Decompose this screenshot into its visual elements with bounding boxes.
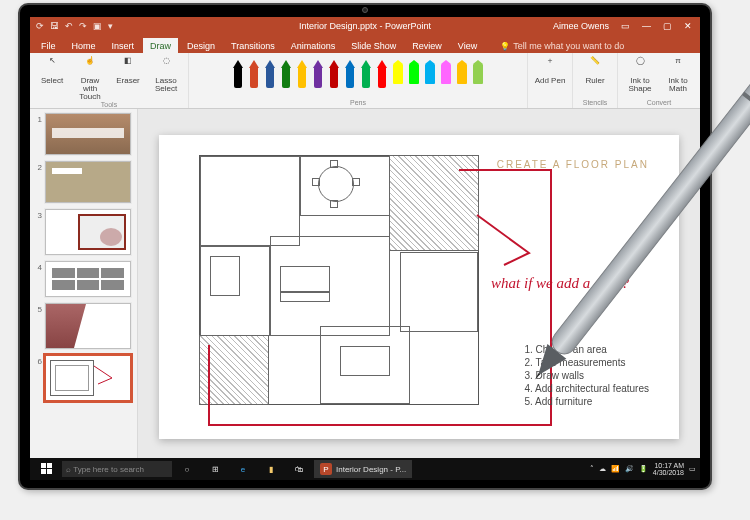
select-label: Select [41,77,63,85]
tab-transitions[interactable]: Transitions [224,38,282,53]
pen-swatch[interactable] [231,60,245,92]
tab-animations[interactable]: Animations [284,38,343,53]
svg-rect-2 [41,469,46,474]
tab-home[interactable]: Home [65,38,103,53]
group-tools: ↖ Select ☝ Draw with Touch ◧ Eraser ◌ La… [30,53,189,108]
thumb-number: 4 [32,261,42,297]
tab-slideshow[interactable]: Slide Show [344,38,403,53]
slide-thumbnail-1[interactable] [45,113,131,155]
tab-draw[interactable]: Draw [143,38,178,53]
slide-thumbnail-4[interactable] [45,261,131,297]
explorer-icon[interactable]: ▮ [258,460,284,478]
step-item: 5. Add furniture [524,396,649,407]
tab-design[interactable]: Design [180,38,222,53]
windows-taskbar: ⌕ Type here to search ○ ⊞ e ▮ 🛍 P Interi… [30,458,700,480]
cortana-icon[interactable]: ○ [174,460,200,478]
pen-swatch[interactable] [327,60,341,92]
tablet-device-frame: ⟳ 🖫 ↶ ↷ ▣ ▾ Interior Design.pptx - Power… [18,3,712,490]
lasso-select-button[interactable]: ◌ Lasso Select [149,57,183,93]
start-button[interactable] [34,460,60,478]
tab-review[interactable]: Review [405,38,449,53]
clock-time: 10:17 AM [653,462,684,469]
slide-thumbnail-2[interactable] [45,161,131,203]
slide-canvas[interactable]: CREATE A FLOOR PLAN [159,135,679,439]
select-button[interactable]: ↖ Select [35,57,69,85]
highlighter-swatch[interactable] [439,60,453,92]
highlighter-swatch[interactable] [391,60,405,92]
task-view-icon[interactable]: ⊞ [202,460,228,478]
window-title: Interior Design.pptx - PowerPoint [299,21,431,31]
search-icon: ⌕ [66,465,71,474]
pen-swatch[interactable] [247,60,261,92]
ruler-button[interactable]: 📏 Ruler [578,57,612,85]
redo-icon[interactable]: ↷ [79,21,87,31]
highlighter-swatch[interactable] [471,60,485,92]
lasso-label: Lasso Select [149,77,183,93]
thumb-ink-icon [46,356,130,400]
titlebar: ⟳ 🖫 ↶ ↷ ▣ ▾ Interior Design.pptx - Power… [30,17,700,35]
tab-view[interactable]: View [451,38,484,53]
windows-logo-icon [41,463,53,475]
highlighter-swatch[interactable] [407,60,421,92]
eraser-label: Eraser [116,77,140,85]
tell-me-search[interactable]: Tell me what you want to do [486,38,631,53]
slide-thumbnail-6[interactable] [45,355,131,401]
pen-swatch[interactable] [263,60,277,92]
quick-access-toolbar: ⟳ 🖫 ↶ ↷ ▣ ▾ [30,21,113,31]
ribbon-display-options-icon[interactable]: ▭ [617,21,634,31]
taskbar-clock[interactable]: 10:17 AM 4/30/2018 [653,462,684,476]
shape-icon: ◯ [631,57,649,75]
qat-customize-icon[interactable]: ▾ [108,21,113,31]
slide-thumbnail-3[interactable] [45,209,131,255]
save-icon[interactable]: 🖫 [50,21,59,31]
eraser-button[interactable]: ◧ Eraser [111,57,145,85]
undo-icon[interactable]: ↶ [65,21,73,31]
start-slideshow-icon[interactable]: ▣ [93,21,102,31]
group-stencils-label: Stencils [583,99,608,106]
lasso-icon: ◌ [157,57,175,75]
thumb-number: 1 [32,113,42,155]
group-pens-label: Pens [350,99,366,106]
minimize-icon[interactable]: — [638,21,655,31]
onedrive-icon[interactable]: ☁ [599,465,606,473]
clock-date: 4/30/2018 [653,469,684,476]
ink-to-shape-button[interactable]: ◯ Ink to Shape [623,57,657,93]
app-name: PowerPoint [385,21,431,31]
slide-thumbnail-5[interactable] [45,303,131,349]
store-icon[interactable]: 🛍 [286,460,312,478]
pen-swatch[interactable] [279,60,293,92]
add-pen-button[interactable]: ＋ Add Pen [533,57,567,85]
autosave-toggle-icon[interactable]: ⟳ [36,21,44,31]
tab-insert[interactable]: Insert [105,38,142,53]
ink-to-math-label: Ink to Math [661,77,695,93]
taskbar-powerpoint[interactable]: P Interior Design - P... [314,460,412,478]
slide-sorter-pane[interactable]: 1 2 3 4 [30,109,138,464]
maximize-icon[interactable]: ▢ [659,21,676,31]
signed-in-user[interactable]: Aimee Owens [549,21,613,31]
draw-with-touch-button[interactable]: ☝ Draw with Touch [73,57,107,101]
pen-swatch[interactable] [343,60,357,92]
pen-swatch[interactable] [359,60,373,92]
ink-to-math-button[interactable]: π Ink to Math [661,57,695,93]
group-add-pen-label [549,99,551,106]
edge-icon[interactable]: e [230,460,256,478]
tray-chevron-up-icon[interactable]: ˄ [590,465,594,473]
close-icon[interactable]: ✕ [680,21,696,31]
slide-editor[interactable]: CREATE A FLOOR PLAN [138,109,700,464]
battery-icon[interactable]: 🔋 [639,465,648,473]
pen-swatch[interactable] [295,60,309,92]
wifi-icon[interactable]: 📶 [611,465,620,473]
svg-rect-5 [742,92,750,110]
highlighter-swatch[interactable] [423,60,437,92]
draw-touch-label: Draw with Touch [73,77,107,101]
tab-file[interactable]: File [34,38,63,53]
taskbar-search[interactable]: ⌕ Type here to search [62,461,172,477]
workspace: 1 2 3 4 [30,109,700,464]
volume-icon[interactable]: 🔊 [625,465,634,473]
highlighter-swatch[interactable] [455,60,469,92]
pen-swatch[interactable] [311,60,325,92]
system-tray: ˄ ☁ 📶 🔊 🔋 10:17 AM 4/30/2018 ▭ [590,462,696,476]
add-pen-label: Add Pen [535,77,566,85]
pen-swatch[interactable] [375,60,389,92]
action-center-icon[interactable]: ▭ [689,465,696,473]
